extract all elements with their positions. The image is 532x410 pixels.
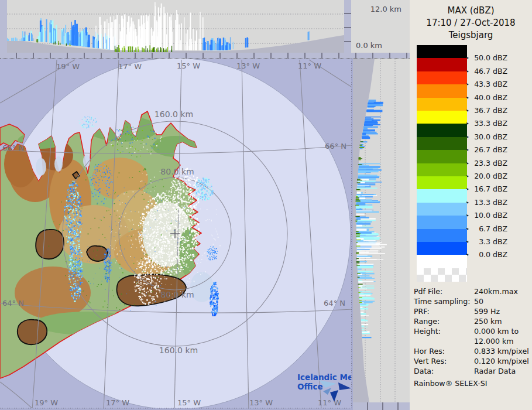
metadata-row: PRF:599 Hz <box>414 306 532 316</box>
legend-band-label: ▸50.0dBZ <box>466 53 531 62</box>
radar-map: 19° W 17° W 15° W 13° W 11° W 19° W 17° … <box>0 59 353 410</box>
top-cross-section-panel <box>0 0 351 53</box>
metadata-value: Radar Data <box>474 366 532 376</box>
lon-label-bottom: 15° W <box>177 398 201 407</box>
panel-edge-strip-right <box>344 0 351 59</box>
legend-color-band-below-min <box>417 255 467 268</box>
legend-color-band <box>417 137 467 150</box>
product-metadata: Pdf File:240km.maxTime sampling:50PRF:59… <box>414 286 532 388</box>
legend-band-label: ▸23.3dBZ <box>466 159 531 168</box>
metadata-row: Vert Res:0.120 km/pixel <box>414 356 532 366</box>
legend-color-band <box>417 71 467 84</box>
legend-color-band <box>417 189 467 202</box>
lat-label-right: 64° N <box>324 299 345 308</box>
legend-color-band <box>417 203 467 216</box>
legend-color-band <box>417 176 467 189</box>
metadata-label: Height: <box>414 326 474 336</box>
lon-label-bottom: 11° W <box>318 398 341 407</box>
metadata-label: PRF: <box>414 306 474 316</box>
metadata-row: Hor Res:0.833 km/pixel <box>414 346 532 356</box>
metadata-value: 12.000 km <box>474 336 532 346</box>
vendor-line: Rainbow® SELEX-SI <box>414 378 532 388</box>
legend-band-label: ▸0.0dBZ <box>466 250 531 259</box>
metadata-label: Data: <box>414 366 474 376</box>
height-axis-max-label: 12.0 km <box>370 5 401 13</box>
legend-band-label: ▸3.3dBZ <box>466 237 531 246</box>
metadata-label: Pdf File: <box>414 286 474 296</box>
panel-edge-strip-left <box>0 0 7 53</box>
radar-app-window: 12.0 km 0.0 km <box>0 0 532 410</box>
lat-label-left: 64° N <box>2 299 24 308</box>
legend-band-label: ▸16.7dBZ <box>466 184 531 193</box>
metadata-value: 50 <box>474 296 532 306</box>
radar-site-name: Teigsbjarg <box>410 29 532 42</box>
range-ring-label: 160.0 km <box>159 346 198 355</box>
lon-label-top: 13° W <box>236 62 260 70</box>
legend-color-band <box>417 229 467 242</box>
legend-color-band <box>417 84 467 97</box>
metadata-row: Pdf File:240km.max <box>414 286 532 296</box>
metadata-value: 0.120 km/pixel <box>474 356 532 366</box>
range-ring-label: 80.0 km <box>160 167 194 176</box>
metadata-value: 0.833 km/pixel <box>474 346 532 356</box>
legend-band-label: ▸43.3dBZ <box>466 80 531 88</box>
metadata-label: Vert Res: <box>414 356 474 366</box>
top-cross-section-plot <box>0 0 351 53</box>
map-right-tick-strip <box>351 59 353 410</box>
legend-panel: MAX (dBZ) 17:10 / 27-Oct-2018 Teigsbjarg… <box>410 0 532 410</box>
legend-band-label: ▸6.7dBZ <box>466 224 531 233</box>
legend-band-label: ▸33.3dBZ <box>466 119 531 128</box>
metadata-label <box>414 336 474 346</box>
legend-color-band <box>417 111 467 124</box>
legend-band-label: ▸36.7dBZ <box>466 106 531 115</box>
legend-band-label: ▸30.0dBZ <box>466 132 531 141</box>
right-cross-section-plot <box>353 59 410 402</box>
legend-title: MAX (dBZ) 17:10 / 27-Oct-2018 Teigsbjarg <box>410 5 532 42</box>
range-ring-label: 80.0 km <box>160 290 194 299</box>
lon-label-top: 15° W <box>177 62 200 70</box>
metadata-row: Range:250 km <box>414 316 532 326</box>
legend-color-band <box>417 242 467 255</box>
radar-map-panel: 19° W 17° W 15° W 13° W 11° W 19° W 17° … <box>0 59 353 410</box>
lat-label-right: 66° N <box>325 142 346 151</box>
timestamp: 17:10 / 27-Oct-2018 <box>410 17 532 29</box>
metadata-label: Hor Res: <box>414 346 474 356</box>
legend-color-band <box>417 98 467 111</box>
legend-band-label: ▸40.0dBZ <box>466 93 531 102</box>
metadata-value: 0.000 km to <box>474 326 532 336</box>
lon-label-bottom: 19° W <box>35 398 58 407</box>
metadata-row: Data:Radar Data <box>414 366 532 376</box>
map-top-tick-strip <box>0 53 410 59</box>
imo-logo-text-line2: Office <box>297 382 323 391</box>
metadata-row: Time sampling:50 <box>414 296 532 306</box>
legend-color-band <box>417 163 467 176</box>
color-scale: ▸50.0dBZ▸46.7dBZ▸43.3dBZ▸40.0dBZ▸36.7dBZ… <box>410 45 532 281</box>
legend-band-label: ▸46.7dBZ <box>466 67 531 76</box>
transparency-checker <box>417 268 467 282</box>
legend-band-label: ▸10.0dBZ <box>466 211 531 220</box>
legend-band-label: ▸26.7dBZ <box>466 145 531 154</box>
metadata-label: Range: <box>414 316 474 326</box>
metadata-label: Time sampling: <box>414 296 474 306</box>
lon-label-bottom: 13° W <box>249 398 273 407</box>
metadata-row: Height:0.000 km to <box>414 326 532 336</box>
lon-label-top: 11° W <box>298 62 321 70</box>
right-cross-section-panel <box>353 59 410 402</box>
metadata-row: 12.000 km <box>414 336 532 346</box>
legend-band-label: ▸13.3dBZ <box>466 198 531 207</box>
legend-color-band <box>417 216 467 228</box>
metadata-value: 240km.max <box>474 286 532 296</box>
legend-color-band <box>417 150 467 163</box>
lat-label-left: 66° N <box>2 144 24 152</box>
legend-color-band <box>417 58 467 71</box>
legend-color-band <box>417 45 467 58</box>
lon-label-top: 17° W <box>118 62 142 71</box>
lon-label-top: 19° W <box>56 62 80 71</box>
metadata-value: 250 km <box>474 316 532 326</box>
product-title: MAX (dBZ) <box>410 5 532 17</box>
lon-label-bottom: 17° W <box>106 398 129 407</box>
imo-logo-text-line1: Icelandic Met <box>297 373 353 382</box>
metadata-value: 599 Hz <box>474 306 532 316</box>
range-ring-label: 160.0 km <box>155 110 193 119</box>
legend-band-label: ▸20.0dBZ <box>466 172 531 180</box>
